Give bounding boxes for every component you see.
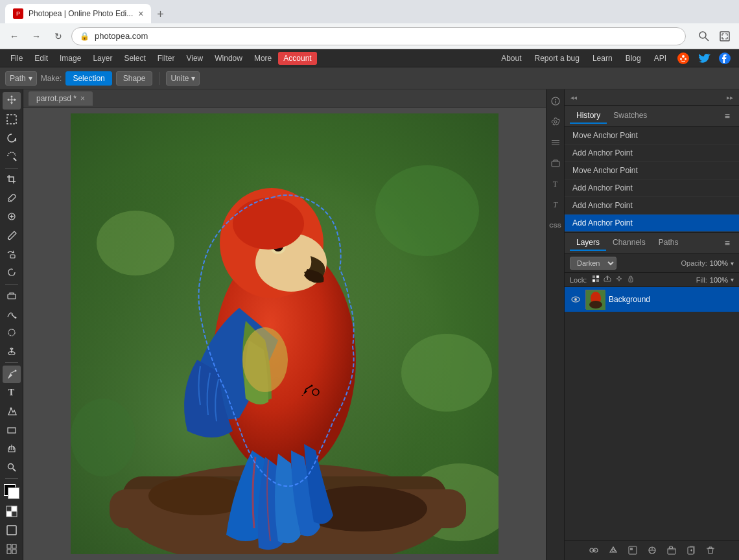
delete-layer-button[interactable] — [703, 543, 718, 557]
path-selection-tool[interactable] — [3, 403, 21, 421]
canvas-tab-close[interactable]: × — [80, 94, 85, 103]
history-item-3[interactable]: Add Anchor Point — [565, 180, 739, 197]
make-shape-button[interactable]: Shape — [116, 71, 153, 86]
eraser-tool[interactable] — [3, 287, 21, 305]
menu-about[interactable]: About — [496, 52, 526, 65]
tool-dropdown[interactable]: Path ▾ — [5, 71, 37, 86]
menu-select[interactable]: Select — [119, 52, 150, 65]
history-item-5[interactable]: Add Anchor Point — [565, 215, 739, 232]
paint-bucket-tool[interactable] — [3, 305, 21, 323]
menu-edit[interactable]: Edit — [29, 52, 53, 65]
move-tool[interactable] — [3, 92, 21, 110]
canvas-tab[interactable]: parrot.psd * × — [29, 91, 93, 106]
info-panel-button[interactable] — [546, 92, 565, 110]
menu-file[interactable]: File — [5, 52, 28, 65]
menu-api[interactable]: API — [649, 52, 672, 65]
browser-tab[interactable]: P Photopea | Online Photo Edi... × — [5, 4, 151, 23]
lock-image-icon[interactable] — [604, 275, 611, 285]
hand-tool[interactable] — [3, 440, 21, 458]
layer-visibility-toggle[interactable] — [570, 294, 581, 305]
history-item-1[interactable]: Add Anchor Point — [565, 145, 739, 162]
history-panel-menu[interactable]: ≡ — [721, 110, 734, 122]
dodge-tool[interactable] — [3, 343, 21, 360]
reddit-icon[interactable] — [674, 49, 692, 67]
facebook-icon[interactable] — [716, 49, 734, 67]
menu-blog[interactable]: Blog — [620, 52, 646, 65]
brush-tool[interactable] — [3, 227, 21, 244]
make-selection-button[interactable]: Selection — [65, 71, 111, 86]
eraser-panel-button[interactable] — [546, 154, 565, 172]
menu-window[interactable]: Window — [209, 52, 248, 65]
text2-panel-button[interactable]: T — [546, 196, 565, 214]
menu-account[interactable]: Account — [278, 52, 316, 65]
layers-tab[interactable]: Layers — [570, 235, 606, 251]
new-tab-button[interactable]: + — [151, 5, 169, 23]
rectangle-tool[interactable] — [3, 421, 21, 439]
history-tab[interactable]: History — [570, 108, 607, 124]
swatches-tab[interactable]: Swatches — [607, 108, 653, 124]
history-item-0[interactable]: Move Anchor Point — [565, 127, 739, 145]
color-swatch[interactable] — [4, 484, 19, 499]
healing-tool[interactable] — [3, 208, 21, 226]
eyedropper-tool[interactable] — [3, 189, 21, 207]
history-item-4[interactable]: Add Anchor Point — [565, 197, 739, 215]
layer-link-button[interactable] — [587, 543, 601, 557]
menu-view[interactable]: View — [181, 52, 208, 65]
search-ext-icon[interactable] — [695, 27, 713, 45]
fill-value[interactable]: 100% — [710, 276, 728, 284]
quick-mask-button[interactable] — [3, 503, 21, 520]
layer-adjustment-button[interactable] — [645, 543, 659, 557]
menu-filter[interactable]: Filter — [152, 52, 180, 65]
panel-collapse-left[interactable]: ◂◂ — [567, 91, 580, 104]
refresh-button[interactable]: ↻ — [49, 27, 67, 45]
screen-mode-button[interactable] — [3, 522, 21, 539]
menu-learn[interactable]: Learn — [587, 52, 618, 65]
back-button[interactable]: ← — [5, 27, 23, 45]
css-panel-button[interactable]: CSS — [546, 216, 565, 235]
menu-report-bug[interactable]: Report a bug — [530, 52, 585, 65]
history-brush-tool[interactable] — [3, 264, 21, 281]
quick-select-tool[interactable] — [3, 148, 21, 165]
opacity-value[interactable]: 100% — [710, 259, 728, 267]
lasso-tool[interactable] — [3, 129, 21, 146]
settings-panel-button[interactable] — [546, 113, 565, 131]
blur-tool[interactable] — [3, 324, 21, 342]
layers-panel-menu[interactable]: ≡ — [721, 237, 734, 250]
menu-more[interactable]: More — [249, 52, 277, 65]
twitter-icon[interactable] — [695, 49, 713, 67]
forward-button[interactable]: → — [27, 27, 45, 45]
menu-image[interactable]: Image — [54, 52, 86, 65]
grid-button[interactable] — [3, 540, 21, 557]
operation-dropdown[interactable]: Unite ▾ — [166, 71, 200, 86]
zoom-tool[interactable] — [3, 459, 21, 476]
lock-all-icon[interactable] — [627, 275, 635, 285]
marquee-tool[interactable] — [3, 111, 21, 128]
menu-layer[interactable]: Layer — [88, 52, 117, 65]
fill-arrow[interactable]: ▾ — [731, 276, 734, 283]
svg-rect-63 — [596, 279, 599, 282]
opacity-arrow[interactable]: ▾ — [731, 260, 734, 267]
fullscreen-ext-icon[interactable] — [716, 27, 734, 45]
lock-position-icon[interactable] — [615, 275, 623, 285]
brush-settings-button[interactable] — [546, 134, 565, 152]
clone-stamp-tool[interactable] — [3, 245, 21, 262]
address-bar[interactable]: 🔒 photopea.com — [71, 27, 686, 45]
paths-tab[interactable]: Paths — [652, 235, 685, 251]
layer-effects-button[interactable] — [606, 543, 620, 557]
lock-transparent-icon[interactable] — [592, 275, 600, 285]
text-tool[interactable]: T — [3, 384, 21, 402]
panel-collapse-right[interactable]: ▸▸ — [723, 91, 736, 104]
canvas-container[interactable] — [23, 108, 546, 560]
background-color[interactable] — [8, 487, 19, 499]
background-layer[interactable]: Background — [565, 287, 739, 312]
new-group-button[interactable] — [664, 543, 679, 557]
crop-tool[interactable] — [3, 171, 21, 189]
layer-mask-button[interactable] — [626, 543, 640, 557]
history-item-2[interactable]: Move Anchor Point — [565, 162, 739, 180]
pen-tool[interactable] — [3, 366, 21, 383]
text-panel-button[interactable]: T — [546, 175, 565, 193]
channels-tab[interactable]: Channels — [606, 235, 652, 251]
blend-mode-dropdown[interactable]: Darken Normal Multiply Screen Overlay — [570, 257, 616, 270]
new-layer-button[interactable] — [684, 543, 698, 557]
tab-close-button[interactable]: × — [138, 8, 143, 19]
